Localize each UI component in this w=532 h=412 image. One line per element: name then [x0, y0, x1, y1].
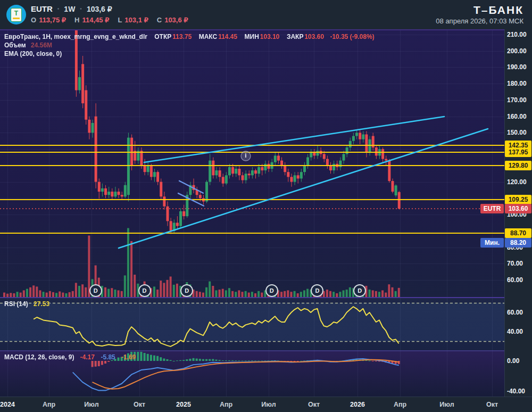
dividend-marker[interactable]: D — [180, 284, 193, 297]
macd-label: MACD (12, 26, close, 9) — [4, 353, 74, 361]
price-tick: 60.00 — [507, 276, 531, 284]
ohlc-close: C103,6 ₽ — [157, 16, 188, 24]
legend-series-title: ЕвроТранс, 1H, moex_mrng_evng_e_wknd_dlr — [4, 33, 147, 40]
eurotrans-logo-bar — [13, 18, 20, 19]
time-tick-month: Апр — [43, 401, 55, 408]
eurotrans-logo: Т — [6, 5, 26, 24]
ema-label: EMA (200, close, 0) — [4, 50, 62, 57]
price-chart-canvas[interactable] — [0, 0, 504, 397]
price-tick: 180.00 — [507, 80, 531, 87]
legend-low: МИН103.10 — [239, 33, 280, 40]
price-tick: 160.00 — [507, 113, 531, 120]
time-tick-month: Апр — [220, 401, 232, 408]
time-tick-year: 2024 — [0, 401, 15, 408]
time-tick-year: 2026 — [350, 401, 365, 408]
time-tick-month: Июл — [261, 401, 276, 408]
last-price-header: 103,6 ₽ — [87, 5, 112, 13]
ohlc-high: H114,45 ₽ — [74, 16, 109, 24]
dividend-marker[interactable]: D — [311, 284, 323, 297]
volume-value: 24.56M — [31, 42, 52, 49]
price-level-badge: 137.95 — [505, 147, 531, 157]
macd-tick: -40.00 — [507, 388, 531, 395]
dividend-marker[interactable]: D — [89, 284, 102, 297]
time-axis[interactable]: 2024АпрИюлОкт2025АпрИюлОкт2026АпрИюлОкт — [0, 397, 532, 412]
rsi-value: 27.53 — [34, 300, 49, 308]
dividend-marker[interactable]: D — [353, 284, 366, 297]
last-price-symbol-pill: EUTR — [480, 204, 504, 213]
legend-change: -10.35 (-9.08%) — [330, 33, 374, 40]
legend-close: ЗАКР103.60 — [281, 33, 324, 40]
rsi-tick: 60.00 — [507, 309, 531, 316]
time-tick-month: Апр — [394, 401, 406, 408]
symbol-row: EUTR • 1W • 103,6 ₽ — [31, 4, 112, 13]
price-level-badge: 109.25 — [505, 195, 531, 204]
price-tick: 70.00 — [507, 260, 531, 267]
legend-volume-row[interactable]: Объем 24.56M — [4, 41, 375, 50]
price-tick: 170.00 — [507, 96, 531, 104]
price-tick: 150.00 — [507, 129, 531, 136]
top-bar: Т EUTR • 1W • 103,6 ₽ O113,75 ₽ H114,45 … — [0, 0, 532, 29]
dividend-marker[interactable]: D — [265, 284, 278, 297]
min-label-pill: Мин. — [480, 238, 504, 248]
eurotrans-logo-glyph: Т — [14, 10, 18, 17]
price-tick: 200.00 — [507, 47, 531, 55]
ohlc-low: L103,1 ₽ — [118, 16, 148, 24]
macd-tick: 0.00 — [507, 357, 531, 365]
price-tick: 210.00 — [507, 31, 531, 38]
tbank-logo: Т–БАНК — [473, 4, 523, 17]
time-tick-month: Июл — [84, 401, 98, 408]
macd-hist-value: -4.17 — [80, 353, 95, 361]
separator-dot: • — [80, 6, 82, 12]
price-level-badge: 88.70 — [505, 228, 531, 238]
volume-label: Объем — [4, 42, 26, 49]
rsi-tick: 40.00 — [507, 328, 531, 335]
separator-dot: • — [57, 6, 60, 12]
price-level-badge: 129.80 — [505, 161, 531, 170]
symbol-ticker[interactable]: EUTR — [31, 4, 53, 13]
legend-open: ОТКР113.75 — [149, 33, 192, 40]
rsi-legend[interactable]: RSI (14) 27.53 — [4, 300, 49, 308]
macd-signal-value: -1.69 — [121, 353, 136, 361]
time-tick-month: Окт — [308, 401, 320, 408]
chart-legend: ЕвроТранс, 1H, moex_mrng_evng_e_wknd_dlr… — [4, 32, 375, 58]
ohlc-readout: O113,75 ₽ H114,45 ₽ L103,1 ₽ C103,6 ₽ — [31, 16, 188, 24]
rsi-label: RSI (14) — [4, 300, 28, 308]
time-tick-month: Окт — [486, 401, 498, 408]
time-tick-month: Июл — [439, 401, 454, 408]
price-tick: 120.00 — [507, 178, 531, 186]
dividend-marker[interactable]: D — [138, 284, 151, 297]
ohlc-open: O113,75 ₽ — [31, 16, 66, 24]
legend-high: МАКС114.45 — [194, 33, 238, 40]
price-tick: 190.00 — [507, 63, 531, 71]
trading-terminal: 210.00200.00190.00180.00170.00160.00150.… — [0, 0, 532, 412]
datetime-stamp: 08 апреля 2026, 07:03 МСК — [436, 17, 523, 25]
time-tick-month: Окт — [134, 401, 145, 408]
min-price-badge: 88.20 — [505, 238, 531, 248]
time-tick-year: 2025 — [176, 401, 191, 408]
eurotrans-logo-card: Т — [11, 8, 22, 22]
last-price-badge: 103.60 — [505, 204, 531, 213]
legend-ema-row[interactable]: EMA (200, close, 0) — [4, 50, 375, 58]
legend-main-row[interactable]: ЕвроТранс, 1H, moex_mrng_evng_e_wknd_dlr… — [4, 32, 375, 41]
macd-line-value: -5.85 — [101, 353, 115, 361]
macd-legend[interactable]: MACD (12, 26, close, 9) -4.17 -5.85 -1.6… — [4, 353, 136, 361]
timeframe[interactable]: 1W — [64, 5, 75, 13]
